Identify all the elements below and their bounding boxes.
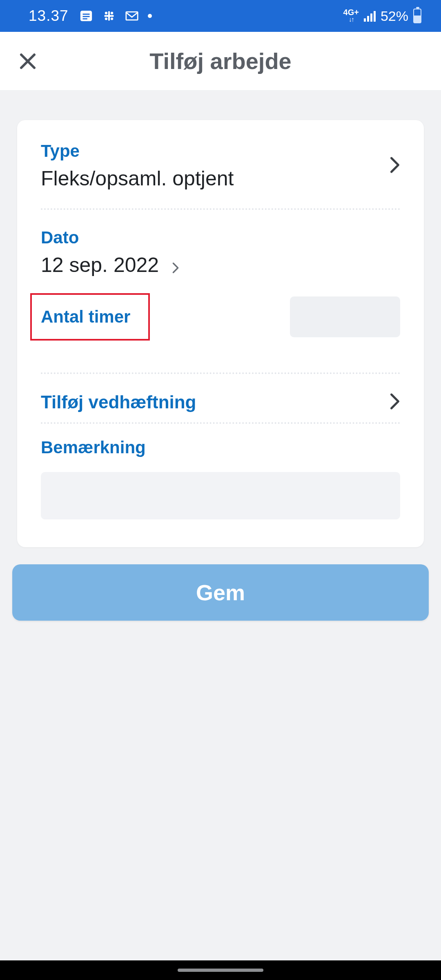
type-value: Fleks/opsaml. optjent [41, 167, 400, 190]
svg-point-4 [105, 12, 107, 14]
remark-label: Bemærkning [41, 438, 400, 457]
status-right: 4G+ ↓↑ 52% [343, 8, 421, 24]
form-card: Type Fleks/opsaml. optjent Dato 12 sep. … [17, 120, 424, 547]
svg-point-5 [111, 12, 113, 14]
type-row[interactable]: Type Fleks/opsaml. optjent [41, 141, 400, 190]
close-button[interactable] [16, 49, 40, 74]
save-button[interactable]: Gem [12, 564, 429, 621]
hours-label: Antal timer [41, 307, 130, 327]
slack-icon [102, 9, 116, 23]
network-type-icon: 4G+ ↓↑ [343, 9, 359, 23]
system-nav-bar [0, 960, 441, 980]
signal-icon [364, 10, 376, 22]
app-header: Tilføj arbejde [0, 32, 441, 91]
attachment-label: Tilføj vedhæftning [41, 392, 196, 412]
date-row[interactable]: Dato 12 sep. 2022 [41, 228, 400, 278]
gmail-icon [125, 9, 139, 23]
svg-point-6 [105, 18, 107, 20]
more-notifications-icon [148, 14, 152, 18]
divider [41, 372, 400, 374]
hours-row: Antal timer [41, 293, 400, 341]
battery-icon [413, 9, 421, 23]
svg-point-7 [111, 18, 113, 20]
status-left: 13.37 [29, 7, 152, 24]
remark-input[interactable] [41, 472, 400, 519]
hours-label-highlight: Antal timer [30, 293, 150, 341]
divider [41, 422, 400, 424]
save-button-label: Gem [196, 580, 245, 605]
svg-rect-9 [104, 15, 114, 17]
status-notification-icons [79, 9, 152, 23]
divider [41, 208, 400, 210]
date-value: 12 sep. 2022 [41, 253, 400, 278]
status-bar: 13.37 4G+ ↓↑ 52% [0, 0, 441, 32]
message-icon [79, 9, 93, 23]
gesture-handle[interactable] [178, 969, 263, 972]
attachment-row[interactable]: Tilføj vedhæftning [41, 392, 400, 412]
page-title: Tilføj arbejde [0, 48, 441, 74]
close-icon [18, 51, 38, 71]
hours-input[interactable] [290, 296, 400, 337]
remark-row: Bemærkning [41, 438, 400, 521]
chevron-right-icon [172, 255, 179, 278]
svg-rect-10 [126, 12, 137, 20]
battery-percentage: 52% [381, 8, 408, 24]
date-label: Dato [41, 228, 400, 247]
chevron-right-icon [390, 156, 400, 175]
status-time: 13.37 [29, 7, 69, 24]
chevron-right-icon [390, 393, 400, 412]
type-label: Type [41, 141, 400, 161]
